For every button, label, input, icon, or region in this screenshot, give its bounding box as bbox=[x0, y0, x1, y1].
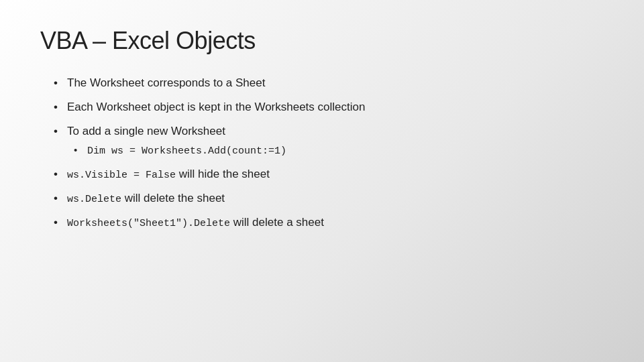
bullet-4-code: ws.Visible = False bbox=[67, 170, 176, 181]
bullet-3-text: To add a single new Worksheet bbox=[67, 125, 225, 137]
list-item: ws.Delete will delete the sheet bbox=[54, 190, 604, 206]
bullet-6-text: will delete a sheet bbox=[230, 216, 324, 229]
slide-content: The Worksheet corresponds to a Sheet Eac… bbox=[40, 75, 604, 231]
list-item: Worksheets("Sheet1").Delete will delete … bbox=[54, 215, 604, 231]
list-item: Each Worksheet object is kept in the Wor… bbox=[54, 99, 604, 115]
bullet-4-text: will hide the sheet bbox=[176, 168, 270, 180]
main-bullet-list: The Worksheet corresponds to a Sheet Eac… bbox=[54, 75, 604, 231]
sub-bullet-list: Dim ws = Worksheets.Add(count:=1) bbox=[74, 143, 604, 158]
bullet-1-text: The Worksheet corresponds to a Sheet bbox=[67, 76, 265, 89]
sub-bullet-1-code: Dim ws = Worksheets.Add(count:=1) bbox=[87, 145, 286, 157]
bullet-5-code: ws.Delete bbox=[67, 194, 121, 205]
list-item: The Worksheet corresponds to a Sheet bbox=[54, 75, 604, 91]
list-item: ws.Visible = False will hide the sheet bbox=[54, 166, 604, 182]
bullet-2-text: Each Worksheet object is kept in the Wor… bbox=[67, 101, 365, 113]
bullet-5-text: will delete the sheet bbox=[121, 192, 225, 204]
bullet-6-code: Worksheets("Sheet1").Delete bbox=[67, 218, 230, 229]
slide: VBA – Excel Objects The Worksheet corres… bbox=[0, 0, 644, 362]
list-item: To add a single new Worksheet Dim ws = W… bbox=[54, 123, 604, 159]
list-item: Dim ws = Worksheets.Add(count:=1) bbox=[74, 143, 604, 158]
slide-title: VBA – Excel Objects bbox=[40, 27, 604, 55]
